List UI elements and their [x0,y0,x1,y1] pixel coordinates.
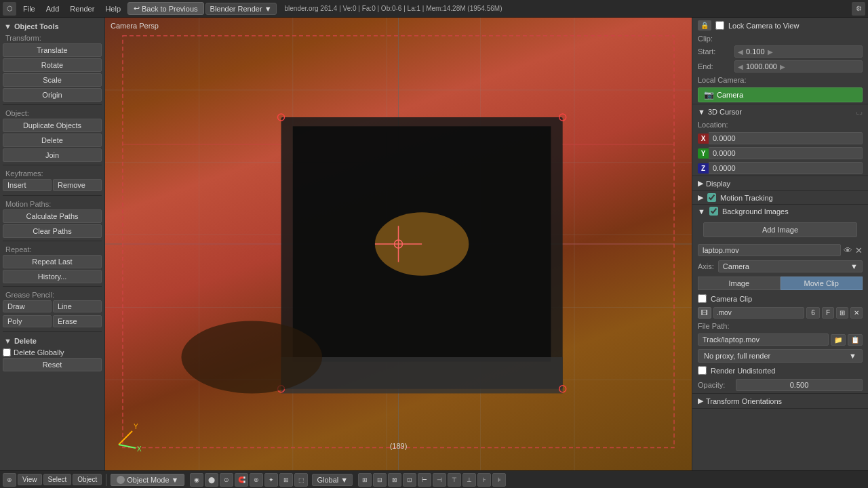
background-images-row[interactable]: ▼ Background Images [692,205,868,218]
shading-icon[interactable]: ⬤ [205,473,218,487]
lock-camera-checkbox[interactable] [715,21,724,30]
cursor-3d-header[interactable]: ▼ 3D Cursor ⌞⌟ [692,104,868,119]
motion-tracking-checkbox[interactable] [707,193,716,202]
file-path-field[interactable]: Track/laptop.mov [698,333,829,346]
grid-icon-1[interactable]: ⊞ [358,473,372,487]
start-decrement[interactable]: ◀ [738,48,743,56]
erase-button[interactable]: Erase [53,315,102,327]
svg-point-19 [278,386,285,392]
repeat-last-button[interactable]: Repeat Last [3,255,102,268]
proxy-extra-btn1[interactable]: ⊞ [836,307,848,319]
axis-selector[interactable]: Camera ▼ [718,260,863,272]
delete-button[interactable]: Delete [3,134,102,147]
f-button[interactable]: F [822,307,834,319]
overlay-icon[interactable]: ⊞ [279,473,293,487]
clip-label: Clip: [698,35,722,43]
end-decrement[interactable]: ◀ [738,63,743,70]
cursor-corner-icon: ⌞⌟ [856,107,863,116]
proxy-extra-btn2[interactable]: ✕ [850,307,863,319]
opacity-field[interactable]: 0.500 [736,379,863,391]
background-images-checkbox[interactable] [709,207,718,216]
history-button[interactable]: History... [3,270,102,283]
pivot-icon[interactable]: ⊙ [220,473,233,487]
transform-orientations-header[interactable]: ▶ Transform Orientations [692,394,868,408]
draw-type-icon[interactable]: ◉ [190,473,203,487]
blender-info: blender.org 261.4 | Ve:0 | Fa:0 | Ob:0-6… [285,5,502,12]
image-tab[interactable]: Image [698,277,781,290]
menu-file[interactable]: File [18,3,41,14]
end-increment[interactable]: ▶ [780,63,785,70]
render-undistorted-checkbox[interactable] [698,366,707,375]
clip-end-row: End: ◀ 1000.000 ▶ [692,59,868,74]
svg-rect-15 [281,357,563,393]
poly-button[interactable]: Poly [3,315,52,327]
camera-field[interactable]: 📷 Camera [698,87,863,102]
background-images-section: ▼ Background Images Add Image laptop.mov… [692,205,868,394]
menu-help[interactable]: Help [100,3,126,14]
back-to-previous-button[interactable]: ↩ Back to Previous [127,2,204,15]
delete-globally-checkbox[interactable] [3,348,11,357]
proxy-dropdown[interactable]: No proxy, full render ▼ [698,349,863,363]
grid-icon-7[interactable]: ⊤ [448,473,461,487]
render-engine-selector[interactable]: Blender Render ▼ [205,3,277,15]
main-area: ▼ Object Tools Transform: Translate Rota… [0,18,868,470]
file-browse-btn[interactable]: 📁 [831,334,846,346]
motion-tracking-row[interactable]: ▶ Motion Tracking [692,191,868,204]
grid-icon-8[interactable]: ⊥ [462,473,476,487]
grid-icon-3[interactable]: ⊠ [388,473,401,487]
start-increment[interactable]: ▶ [768,48,773,56]
proportional-icon[interactable]: ⊚ [250,473,263,487]
movie-clip-tab[interactable]: Movie Clip [781,277,863,290]
grid-icon-10[interactable]: ⊧ [492,473,506,487]
object-tools-header[interactable]: ▼ Object Tools [3,20,102,33]
translate-button[interactable]: Translate [3,43,102,57]
global-selector[interactable]: Global ▼ [312,474,353,486]
display-header[interactable]: ▶ Display [692,176,868,190]
z-field[interactable]: Z 0.0000 [698,162,863,174]
frame-number-field[interactable]: 6 [806,307,820,319]
draw-button[interactable]: Draw [3,300,52,312]
join-button[interactable]: Join [3,148,102,162]
calculate-paths-button[interactable]: Calculate Paths [3,209,102,223]
scale-button[interactable]: Scale [3,73,102,87]
view-button[interactable]: View [18,474,42,485]
grid-icon-6[interactable]: ⊣ [433,473,446,487]
insert-button[interactable]: Insert [3,179,52,191]
delete-globally-row: Delete Globally [3,347,102,358]
menu-render[interactable]: Render [64,3,100,14]
viewport[interactable]: Camera Persp [105,18,692,470]
rotate-button[interactable]: Rotate [3,58,102,72]
add-image-button[interactable]: Add Image [703,222,857,237]
start-field[interactable]: ◀ 0.100 ▶ [734,45,863,58]
sculpt-icon[interactable]: ✦ [264,473,278,487]
file-path-extra-btn[interactable]: 📋 [848,334,863,346]
menu-add[interactable]: Add [41,3,65,14]
transform-orientations-label: Transform Orientations [706,397,782,405]
opacity-row: Opacity: 0.500 [692,377,868,393]
settings-icon[interactable]: ⚙ [852,2,865,16]
remove-file-button[interactable]: ✕ [855,245,863,256]
line-button[interactable]: Line [53,300,102,312]
grid-icon-5[interactable]: ⊢ [418,473,431,487]
reset-button[interactable]: Reset [3,358,102,371]
viewport-icon2[interactable]: ⬚ [294,473,308,487]
x-field[interactable]: X 0.0000 [698,132,863,144]
object-menu-button[interactable]: Object [73,474,102,485]
eye-toggle-button[interactable]: 👁 [844,245,852,256]
duplicate-objects-button[interactable]: Duplicate Objects [3,119,102,132]
view-mode-icon[interactable]: ⊕ [3,473,16,487]
camera-clip-checkbox[interactable] [698,294,707,303]
remove-button[interactable]: Remove [53,179,102,191]
snap-icon[interactable]: 🧲 [235,473,248,487]
grid-icon-4[interactable]: ⊡ [403,473,416,487]
end-label: End: [698,62,732,70]
object-mode-selector[interactable]: Object Mode ▼ [111,474,184,486]
y-field[interactable]: Y 0.0000 [698,147,863,159]
origin-button[interactable]: Origin [3,88,102,102]
clear-paths-button[interactable]: Clear Paths [3,224,102,238]
grid-icon-2[interactable]: ⊟ [373,473,387,487]
grid-icon-9[interactable]: ⊦ [477,473,491,487]
select-button[interactable]: Select [43,474,72,485]
delete-section-header[interactable]: ▼ Delete [3,335,102,347]
end-field[interactable]: ◀ 1000.000 ▶ [734,60,863,73]
